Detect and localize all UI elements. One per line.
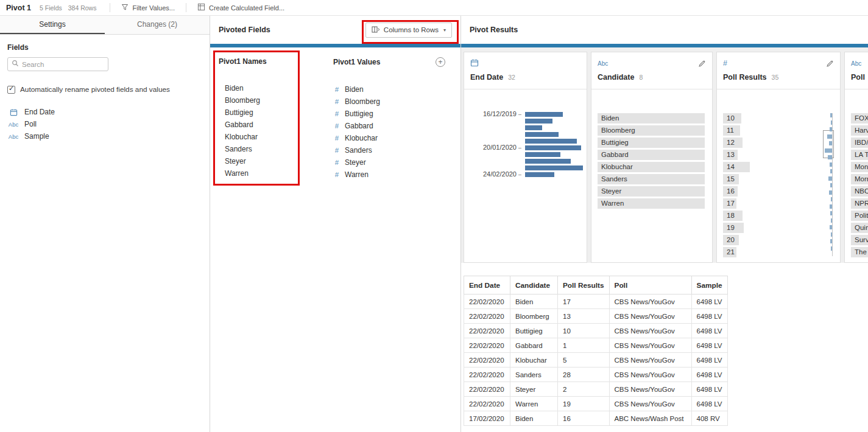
- pivot1-values-title: Pivot1 Values: [333, 58, 380, 66]
- field-item[interactable]: AbcPoll: [7, 118, 202, 130]
- value-row[interactable]: Morni: [851, 174, 868, 186]
- field-item[interactable]: End Date: [7, 106, 202, 118]
- table-row[interactable]: 22/02/2020Klobuchar5CBS News/YouGov6498 …: [464, 353, 728, 368]
- value-row[interactable]: Politi: [851, 211, 868, 223]
- table-row[interactable]: 22/02/2020Bloomberg13CBS News/YouGov6498…: [464, 309, 728, 324]
- pivot-name-item[interactable]: Buttigieg: [225, 106, 299, 119]
- auto-rename-option[interactable]: Automatically rename pivoted fields and …: [7, 85, 202, 94]
- pivot-name-item[interactable]: Warren: [225, 167, 299, 179]
- table-cell: 6498 LV: [691, 353, 727, 368]
- search-input[interactable]: [22, 61, 104, 68]
- search-box[interactable]: [7, 57, 108, 71]
- pivot-name-item[interactable]: Sanders: [225, 143, 299, 155]
- pivot-value-item[interactable]: #Sanders: [333, 144, 445, 156]
- value-row[interactable]: Sanders: [598, 174, 705, 186]
- value-row[interactable]: Klobuchar: [598, 162, 705, 174]
- pivot-value-item[interactable]: #Steyer: [333, 156, 445, 169]
- pivot-value-item[interactable]: #Klobuchar: [333, 132, 445, 144]
- table-row[interactable]: 17/02/2020Biden16ABC News/Wash Post408 R…: [464, 411, 728, 426]
- pivot-value-item[interactable]: #Warren: [333, 169, 445, 181]
- pivot-value-item[interactable]: #Biden: [333, 83, 445, 96]
- value-row[interactable]: Gabbard: [598, 150, 705, 162]
- create-calculated-field-button[interactable]: Create Calculated Field...: [197, 3, 284, 12]
- table-row[interactable]: 22/02/2020Steyer2CBS News/YouGov6498 LV: [464, 382, 728, 397]
- value-row[interactable]: 17: [723, 198, 814, 211]
- columns-to-rows-icon: [372, 26, 380, 35]
- value-row[interactable]: NPR/: [851, 198, 868, 211]
- columns-to-rows-label: Columns to Rows: [384, 26, 439, 33]
- field-name: Poll: [24, 120, 37, 128]
- value-row[interactable]: IBD/T: [851, 138, 868, 150]
- value-bar: LA Tim: [851, 150, 868, 160]
- value-row[interactable]: 18: [723, 211, 814, 223]
- value-row[interactable]: 10: [723, 113, 814, 125]
- value-row[interactable]: Steyer: [598, 186, 705, 198]
- field-card-poll[interactable]: Abc Poll FOX NHarvaIBD/TLA TimMonmMorniN…: [844, 52, 868, 263]
- value-row[interactable]: 14: [723, 162, 814, 174]
- pivot-name-item[interactable]: Gabbard: [225, 119, 299, 131]
- table-row[interactable]: 22/02/2020Sanders28CBS News/YouGov6498 L…: [464, 368, 728, 382]
- value-row[interactable]: 19: [723, 223, 814, 235]
- column-header[interactable]: Sample: [691, 276, 727, 294]
- table-row[interactable]: 22/02/2020Biden17CBS News/YouGov6498 LV: [464, 294, 728, 309]
- value-row[interactable]: Harva: [851, 125, 868, 138]
- pivot-name-item[interactable]: Biden: [225, 82, 299, 94]
- value-row[interactable]: 20: [723, 235, 814, 247]
- card-field-name: Candidate: [598, 73, 634, 82]
- value-row[interactable]: Surve: [851, 235, 868, 247]
- tab-changes[interactable]: Changes (2): [105, 16, 210, 34]
- columns-to-rows-button[interactable]: Columns to Rows ▾: [365, 23, 452, 38]
- pivot-value-label: Sanders: [345, 146, 372, 155]
- edit-icon[interactable]: [698, 60, 706, 68]
- value-row[interactable]: Buttigieg: [598, 138, 705, 150]
- value-row[interactable]: Biden: [598, 113, 705, 125]
- value-row[interactable]: 13: [723, 150, 814, 162]
- value-bar: 15: [723, 174, 739, 184]
- value-bar: The H: [851, 247, 868, 257]
- column-header[interactable]: End Date: [464, 276, 510, 294]
- value-row[interactable]: 15: [723, 174, 814, 186]
- chevron-down-icon: ▾: [443, 27, 446, 33]
- column-header[interactable]: Candidate: [510, 276, 558, 294]
- tab-settings[interactable]: Settings: [0, 16, 105, 34]
- value-bar: Steyer: [598, 186, 705, 197]
- value-row[interactable]: 16: [723, 186, 814, 198]
- field-name: Sample: [24, 132, 49, 141]
- table-cell: 19: [558, 397, 610, 411]
- abc-icon: Abc: [7, 133, 19, 140]
- edit-icon[interactable]: [826, 60, 834, 68]
- pivot-name-item[interactable]: Klobuchar: [225, 131, 299, 143]
- field-item[interactable]: AbcSample: [7, 130, 202, 142]
- column-header[interactable]: Poll: [609, 276, 691, 294]
- table-row[interactable]: 22/02/2020Gabbard1CBS News/YouGov6498 LV: [464, 338, 728, 353]
- value-row[interactable]: FOX N: [851, 113, 868, 125]
- histogram-bar: [525, 145, 581, 150]
- value-row[interactable]: NBC N: [851, 186, 868, 198]
- pivot-value-item[interactable]: #Gabbard: [333, 120, 445, 132]
- field-card-end-date[interactable]: End Date 32 16/12/201920/01/202024/02/20…: [464, 52, 587, 263]
- value-row[interactable]: The H: [851, 247, 868, 259]
- add-icon[interactable]: +: [436, 57, 445, 67]
- pivot-name-item[interactable]: Steyer: [225, 155, 299, 167]
- number-icon: #: [333, 98, 340, 105]
- field-card-candidate[interactable]: Abc Candidate 8 BidenBloombergButtigiegG…: [591, 52, 713, 263]
- abc-icon: Abc: [598, 60, 608, 67]
- value-row[interactable]: 21: [723, 247, 814, 259]
- value-row[interactable]: Bloomberg: [598, 125, 705, 138]
- value-bar: Buttigieg: [598, 138, 705, 148]
- pivot-value-item[interactable]: #Buttigieg: [333, 108, 445, 120]
- value-row[interactable]: 12: [723, 138, 814, 150]
- filter-values-button[interactable]: Filter Values...: [121, 4, 175, 12]
- field-card-poll-results[interactable]: # Poll Results 35 1011121314151617181920…: [716, 52, 841, 263]
- value-row[interactable]: LA Tim: [851, 150, 868, 162]
- pivot-value-item[interactable]: #Bloomberg: [333, 96, 445, 108]
- value-row[interactable]: Monm: [851, 162, 868, 174]
- value-row[interactable]: Quinn: [851, 223, 868, 235]
- value-row[interactable]: 11: [723, 125, 814, 138]
- table-row[interactable]: 22/02/2020Warren19CBS News/YouGov6498 LV: [464, 397, 728, 411]
- table-row[interactable]: 22/02/2020Buttigieg10CBS News/YouGov6498…: [464, 324, 728, 338]
- column-header[interactable]: Poll Results: [558, 276, 610, 294]
- pivot-name-item[interactable]: Bloomberg: [225, 94, 299, 106]
- auto-rename-checkbox[interactable]: [7, 86, 15, 94]
- value-row[interactable]: Warren: [598, 198, 705, 211]
